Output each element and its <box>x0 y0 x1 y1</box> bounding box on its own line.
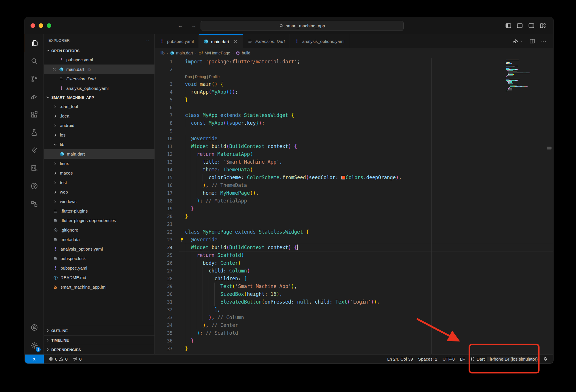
customize-layout-icon[interactable] <box>539 22 546 29</box>
tree-item[interactable]: .metadata <box>44 235 154 244</box>
activity-source-control-button[interactable] <box>25 70 44 88</box>
code-line-10[interactable]: 10@override <box>155 135 553 143</box>
breadcrumb-item[interactable]: main.dart <box>170 51 193 56</box>
code-line-32[interactable]: 32], <box>155 306 553 314</box>
indentation-status[interactable]: Spaces: 2 <box>416 357 440 361</box>
window-controls[interactable] <box>31 23 51 28</box>
open-editor-item[interactable]: !pubspec.yaml <box>44 55 154 65</box>
maximize-window-button[interactable] <box>47 23 51 28</box>
activity-testing-button[interactable] <box>25 124 44 141</box>
code-line-28[interactable]: 28children: [ <box>155 275 553 283</box>
code-line-18[interactable]: 18); // MaterialApp <box>155 197 553 205</box>
code-line-17[interactable]: 17home: MyHomePage(), <box>155 189 553 197</box>
code-line-12[interactable]: 12return MaterialApp( <box>155 150 553 158</box>
activity-code-runner-button[interactable] <box>25 159 44 177</box>
cursor-position-status[interactable]: Ln 24, Col 39 <box>385 357 416 361</box>
tree-item[interactable]: .flutter-plugins-dependencies <box>44 216 154 225</box>
tree-item[interactable]: smart_machine_app.iml <box>44 282 154 292</box>
open-editor-item[interactable]: main.dartlib <box>44 65 154 74</box>
code-line-35[interactable]: 35); // Scaffold <box>155 329 553 337</box>
activity-run-debug-button[interactable] <box>25 88 44 106</box>
tree-item[interactable]: windows <box>44 197 154 206</box>
toggle-sidebar-icon[interactable] <box>505 22 512 29</box>
forward-icon[interactable]: → <box>191 22 197 29</box>
code-line-9[interactable]: 9 <box>155 127 553 135</box>
code-line-29[interactable]: 29Text('Smart Machine App'), <box>155 283 553 290</box>
tab-analysis-options-yaml[interactable]: !analysis_options.yaml <box>290 34 350 48</box>
close-icon[interactable] <box>233 39 238 44</box>
project-section[interactable]: SMART_MACHINE_APP <box>44 93 154 102</box>
activity-flutter-button[interactable] <box>25 141 44 159</box>
toggle-panel-icon[interactable] <box>516 22 523 29</box>
code-line-6[interactable]: 6 <box>155 104 553 111</box>
codelens[interactable]: Run | Debug | Profile <box>155 73 553 80</box>
code-line-2[interactable]: 2 <box>155 66 553 73</box>
tree-item[interactable]: android <box>44 121 154 130</box>
tree-item[interactable]: pubspec.lock <box>44 254 154 263</box>
close-window-button[interactable] <box>31 23 35 28</box>
tree-item[interactable]: README.md <box>44 273 154 282</box>
back-icon[interactable]: ← <box>177 22 183 29</box>
tree-item[interactable]: web <box>44 187 154 197</box>
code-line-21[interactable]: 21 <box>155 220 553 228</box>
code-line-34[interactable]: 34), // Center <box>155 321 553 329</box>
code-line-37[interactable]: 37} <box>155 345 553 353</box>
breadcrumb-item[interactable]: lib <box>160 51 165 55</box>
open-editors-section[interactable]: OPEN EDITORS <box>44 46 154 55</box>
split-editor-icon[interactable] <box>529 38 535 44</box>
code-editor[interactable]: 1import 'package:flutter/material.dart';… <box>155 58 553 354</box>
code-line-11[interactable]: 11Widget build(BuildContext context) { <box>155 143 553 150</box>
code-line-1[interactable]: 1import 'package:flutter/material.dart'; <box>155 58 553 66</box>
code-line-19[interactable]: 19} <box>155 205 553 213</box>
tree-item[interactable]: lib <box>44 140 154 149</box>
tree-item[interactable]: macos <box>44 168 154 178</box>
code-line-33[interactable]: 33), // Column <box>155 314 553 321</box>
section-timeline[interactable]: TIMELINE <box>44 335 154 345</box>
minimap[interactable] <box>506 60 542 93</box>
tree-item[interactable]: test <box>44 178 154 187</box>
code-line-20[interactable]: 20} <box>155 213 553 220</box>
tab-main-dart[interactable]: main.dart <box>199 34 243 48</box>
notifications-status[interactable] <box>540 357 550 361</box>
tab-pubspec-yaml[interactable]: !pubspec.yaml <box>155 34 199 48</box>
code-line-7[interactable]: 7class MyApp extends StatelessWidget { <box>155 111 553 119</box>
code-line-24[interactable]: 24Widget build(BuildContext context) { <box>155 244 553 251</box>
close-icon[interactable] <box>52 67 56 72</box>
tree-item[interactable]: .gitignore <box>44 225 154 235</box>
code-line-3[interactable]: 3void main() { <box>155 80 553 88</box>
code-line-31[interactable]: 31ElevatedButton(onPressed: null, child:… <box>155 298 553 306</box>
tree-item[interactable]: !analysis_options.yaml <box>44 244 154 254</box>
tree-item[interactable]: .dart_tool <box>44 102 154 111</box>
breadcrumb-item[interactable]: build <box>235 51 250 56</box>
code-line-36[interactable]: 36} <box>155 337 553 345</box>
code-line-26[interactable]: 26body: Center( <box>155 259 553 267</box>
breadcrumb-item[interactable]: MyHomePage <box>198 51 230 56</box>
activity-account-button[interactable] <box>25 319 44 336</box>
code-line-25[interactable]: 25return Scaffold( <box>155 251 553 259</box>
device-selector-status[interactable]: iPhone 14 (ios simulator) <box>487 357 540 361</box>
encoding-status[interactable]: UTF-8 <box>440 357 458 361</box>
code-line-14[interactable]: 14theme: ThemeData( <box>155 166 553 174</box>
activity-extensions-button[interactable] <box>25 106 44 124</box>
tree-item[interactable]: !pubspec.yaml <box>44 263 154 273</box>
code-line-16[interactable]: 16), // ThemeData <box>155 181 553 189</box>
code-line-27[interactable]: 27child: Column( <box>155 267 553 275</box>
code-line-38[interactable]: 38 <box>155 353 553 354</box>
tree-item[interactable]: .idea <box>44 111 154 121</box>
activity-remote-explorer-button[interactable] <box>25 195 44 213</box>
code-line-15[interactable]: 15colorScheme: ColorScheme.fromSeed(seed… <box>155 174 553 181</box>
tree-item[interactable]: main.dart <box>44 149 154 159</box>
breadcrumb[interactable]: lib›main.dart›MyHomePage›build <box>155 48 553 58</box>
ports-status[interactable]: 0 <box>70 357 84 361</box>
problems-status[interactable]: 0 0 <box>46 357 70 361</box>
eol-status[interactable]: LF <box>457 357 468 361</box>
activity-search-button[interactable] <box>25 52 44 70</box>
tree-item[interactable]: linux <box>44 159 154 168</box>
code-line-23[interactable]: 23@override <box>155 236 553 244</box>
code-line-30[interactable]: 30SizedBox(height: 16), <box>155 290 553 298</box>
more-actions-icon[interactable] <box>541 38 547 44</box>
lightbulb-icon[interactable] <box>180 237 184 242</box>
run-debug-action[interactable] <box>513 38 524 44</box>
code-line-13[interactable]: 13title: 'Smart Machine App', <box>155 158 553 166</box>
code-line-8[interactable]: 8const MyApp({super.key}); <box>155 119 553 127</box>
